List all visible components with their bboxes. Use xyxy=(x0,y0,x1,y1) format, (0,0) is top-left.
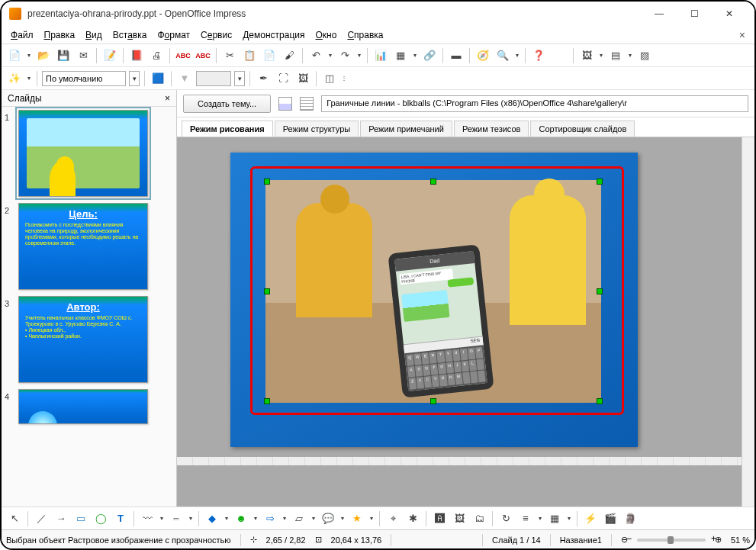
menu-format[interactable]: Формат xyxy=(153,28,195,42)
menu-window[interactable]: Окно xyxy=(311,28,342,42)
pdf-button[interactable]: 📕 xyxy=(128,47,145,64)
hyperlink-button[interactable]: 🔗 xyxy=(421,47,438,64)
copy-button[interactable]: 📋 xyxy=(241,47,258,64)
undo-dropdown[interactable]: ▾ xyxy=(327,47,333,64)
zoom-slider[interactable] xyxy=(637,539,706,542)
zoom-button[interactable]: 🔍 xyxy=(494,47,511,64)
tab-handout[interactable]: Режим тезисов xyxy=(454,121,529,137)
ellipse-tool[interactable]: ◯ xyxy=(92,510,109,527)
status-zoom[interactable]: 51 % xyxy=(731,536,750,545)
slide-thumb-2[interactable]: 2 Цель: Познакомить с последствиями влия… xyxy=(5,203,173,290)
slide-thumb-1[interactable]: 1 xyxy=(5,110,173,197)
filter-button[interactable]: ✒ xyxy=(255,70,272,87)
gallery-button[interactable]: 🖼 xyxy=(578,47,595,64)
save-button[interactable]: 💾 xyxy=(55,47,72,64)
undo-button[interactable]: ↶ xyxy=(307,47,324,64)
drop[interactable]: ▾ xyxy=(188,510,194,527)
rect-tool[interactable]: ▭ xyxy=(72,510,89,527)
select-tool[interactable]: ↖ xyxy=(6,510,23,527)
flowchart-tool[interactable]: ▱ xyxy=(291,510,307,527)
help-button[interactable]: ❓ xyxy=(530,47,547,64)
fill-color-box[interactable] xyxy=(196,71,231,86)
effects-dropdown[interactable]: ▾ xyxy=(26,70,32,87)
curve-tool[interactable]: 〰 xyxy=(139,510,156,527)
redo-button[interactable]: ↷ xyxy=(336,47,353,64)
image-button[interactable]: 🖼 xyxy=(294,70,311,87)
crop-button[interactable]: ⛶ xyxy=(275,70,291,87)
edit-button[interactable]: 📝 xyxy=(101,47,118,64)
drop[interactable]: ▾ xyxy=(281,510,288,527)
align-tool[interactable]: ≡ xyxy=(517,510,534,527)
autospell-button[interactable]: ABC xyxy=(195,47,211,64)
cut-button[interactable]: ✂ xyxy=(221,47,238,64)
interaction-tool[interactable]: ⚡ xyxy=(582,510,599,527)
resize-handle[interactable] xyxy=(597,398,603,404)
menu-insert[interactable]: Вставка xyxy=(108,28,152,42)
extrusion-button[interactable]: ◫ xyxy=(321,70,338,87)
basic-shapes-tool[interactable]: ◆ xyxy=(204,510,220,527)
drop[interactable]: ▾ xyxy=(159,510,165,527)
animation-tool[interactable]: 🎬 xyxy=(602,510,619,527)
table-button[interactable]: ▦ xyxy=(392,47,409,64)
drop[interactable]: ▾ xyxy=(339,510,346,527)
print-button[interactable]: 🖨 xyxy=(148,47,165,64)
document-close-icon[interactable]: × xyxy=(735,27,750,43)
format-paint-button[interactable]: 🖌 xyxy=(281,47,298,64)
menu-file[interactable]: Файл xyxy=(6,28,38,42)
canvas-area[interactable]: Dad LISA, I CAN'T FIND MY PHONE SEN QWER… xyxy=(177,137,754,507)
gallery-list-view-icon[interactable] xyxy=(300,97,314,111)
maximize-button[interactable]: ☐ xyxy=(677,2,712,26)
resize-handle[interactable] xyxy=(264,398,270,404)
zoom-dropdown[interactable]: ▾ xyxy=(514,47,520,64)
chart-button[interactable]: 📊 xyxy=(372,47,389,64)
gallery-icons-view-icon[interactable] xyxy=(278,97,292,111)
drop[interactable]: ▾ xyxy=(566,510,572,527)
table-dropdown[interactable]: ▾ xyxy=(412,47,418,64)
glue-tool[interactable]: ✱ xyxy=(404,510,421,527)
paste-button[interactable]: 📄 xyxy=(261,47,278,64)
resize-handle[interactable] xyxy=(597,179,603,185)
tab-outline[interactable]: Режим структуры xyxy=(275,121,359,137)
area-color-button[interactable]: 🟦 xyxy=(150,70,166,87)
gallery-tool[interactable]: 🗂 xyxy=(471,510,487,527)
style-combo-drop[interactable]: ▾ xyxy=(129,71,140,86)
drop[interactable]: ▾ xyxy=(224,510,230,527)
line-tool[interactable]: ／ xyxy=(33,510,50,527)
new-dropdown[interactable]: ▾ xyxy=(26,47,32,64)
resize-handle[interactable] xyxy=(264,179,270,185)
3d-tool[interactable]: 🗿 xyxy=(622,510,639,527)
text-tool[interactable]: T xyxy=(112,510,129,527)
email-button[interactable]: ✉ xyxy=(75,47,92,64)
tab-sorter[interactable]: Сортировщик слайдов xyxy=(530,121,635,137)
spellcheck-button[interactable]: ABC xyxy=(175,47,191,64)
minimize-button[interactable]: — xyxy=(642,2,677,26)
slide-thumb-3[interactable]: 3 Автор: Учитель начальных классов ФМОУ … xyxy=(5,296,173,383)
fill-color-drop[interactable]: ▾ xyxy=(234,71,245,86)
menu-slideshow[interactable]: Демонстрация xyxy=(238,28,309,42)
close-button[interactable]: ✕ xyxy=(712,2,747,26)
resize-handle[interactable] xyxy=(430,179,436,185)
open-button[interactable]: 📂 xyxy=(35,47,52,64)
drop[interactable]: ▾ xyxy=(253,510,259,527)
layout-dropdown[interactable]: ▾ xyxy=(627,47,633,64)
tab-notes[interactable]: Режим примечаний xyxy=(360,121,452,137)
from-file-tool[interactable]: 🖼 xyxy=(451,510,468,527)
resize-handle[interactable] xyxy=(264,288,270,294)
drop[interactable]: ▾ xyxy=(368,510,375,527)
style-combo[interactable]: По умолчанию xyxy=(42,71,126,86)
slide-layout-button[interactable]: ▤ xyxy=(607,47,624,64)
redo-dropdown[interactable]: ▾ xyxy=(356,47,362,64)
arrange-tool[interactable]: ▦ xyxy=(546,510,563,527)
resize-handle[interactable] xyxy=(597,288,603,294)
block-arrows-tool[interactable]: ⇨ xyxy=(262,510,278,527)
arrow-tool[interactable]: → xyxy=(53,510,69,527)
menu-tools[interactable]: Сервис xyxy=(196,28,236,42)
effects-button[interactable]: ✨ xyxy=(6,70,23,87)
symbol-shapes-tool[interactable]: ☻ xyxy=(233,510,249,527)
shadow-button[interactable]: ▼ xyxy=(176,70,193,87)
fontwork-tool[interactable]: 🅰 xyxy=(431,510,448,527)
new-button[interactable]: 📄 xyxy=(6,47,23,64)
toolbar-overflow[interactable]: ⋮ xyxy=(341,70,347,87)
connector-tool[interactable]: ⎓ xyxy=(168,510,185,527)
slide-thumb-4[interactable]: 4 xyxy=(5,389,173,424)
